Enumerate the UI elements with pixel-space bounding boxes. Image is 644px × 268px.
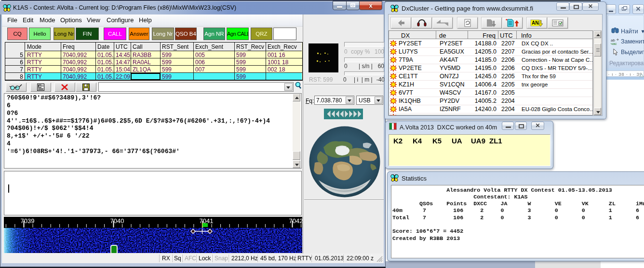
- svg-text:*: *: [506, 18, 508, 23]
- svg-text:A: A: [39, 85, 41, 88]
- svg-text:AN: AN: [532, 20, 538, 26]
- svg-text:чac: чac: [611, 42, 617, 45]
